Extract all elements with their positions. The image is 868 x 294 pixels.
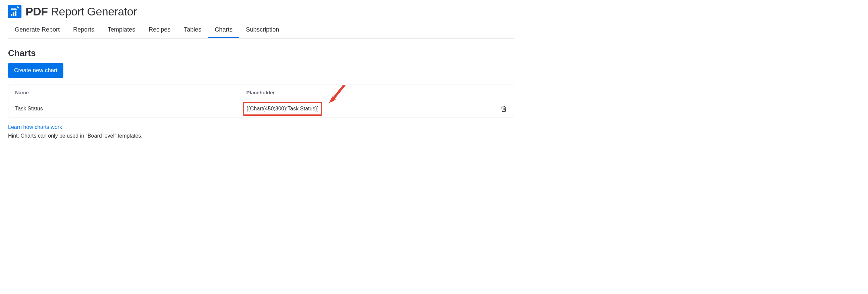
column-header-name: Name xyxy=(15,90,246,95)
learn-how-charts-work-link[interactable]: Learn how charts work xyxy=(8,124,62,130)
hint-text: Hint: Charts can only be used in "Board … xyxy=(8,133,143,139)
tab-tables[interactable]: Tables xyxy=(177,22,208,38)
svg-rect-6 xyxy=(15,11,17,16)
trash-icon[interactable] xyxy=(500,106,507,112)
svg-rect-3 xyxy=(11,9,17,10)
tab-reports[interactable]: Reports xyxy=(66,22,101,38)
highlight-annotation: {{Chart(450;300):Task Status}} xyxy=(243,102,322,116)
app-title-bold: PDF xyxy=(26,5,48,18)
app-title: PDF Report Generator xyxy=(26,5,137,18)
create-new-chart-button[interactable]: Create new chart xyxy=(8,63,63,78)
table-header: Name Placeholder xyxy=(8,85,514,100)
tab-subscription[interactable]: Subscription xyxy=(239,22,286,38)
app-title-light: Report Generator xyxy=(48,5,137,18)
tab-templates[interactable]: Templates xyxy=(101,22,142,38)
footer: Learn how charts work Hint: Charts can o… xyxy=(8,123,514,140)
app-header: PDF Report Generator xyxy=(8,5,514,18)
app-logo-icon xyxy=(8,5,22,18)
svg-rect-2 xyxy=(11,8,16,9)
chart-placeholder-cell: {{Chart(450;300):Task Status}} xyxy=(246,105,494,112)
page-title: Charts xyxy=(8,48,514,58)
column-header-placeholder: Placeholder xyxy=(246,90,494,95)
chart-name-cell: Task Status xyxy=(15,106,246,112)
placeholder-value: {{Chart(450;300):Task Status}} xyxy=(246,106,319,111)
tab-generate-report[interactable]: Generate Report xyxy=(8,22,66,38)
tab-recipes[interactable]: Recipes xyxy=(142,22,177,38)
table-row[interactable]: Task Status {{Chart(450;300):Task Status… xyxy=(8,100,514,117)
svg-rect-5 xyxy=(13,12,14,16)
charts-table: Name Placeholder Task Status {{Chart(450… xyxy=(8,85,514,117)
tab-charts[interactable]: Charts xyxy=(208,22,239,38)
svg-rect-4 xyxy=(11,14,12,16)
tab-bar: Generate Report Reports Templates Recipe… xyxy=(8,22,514,38)
